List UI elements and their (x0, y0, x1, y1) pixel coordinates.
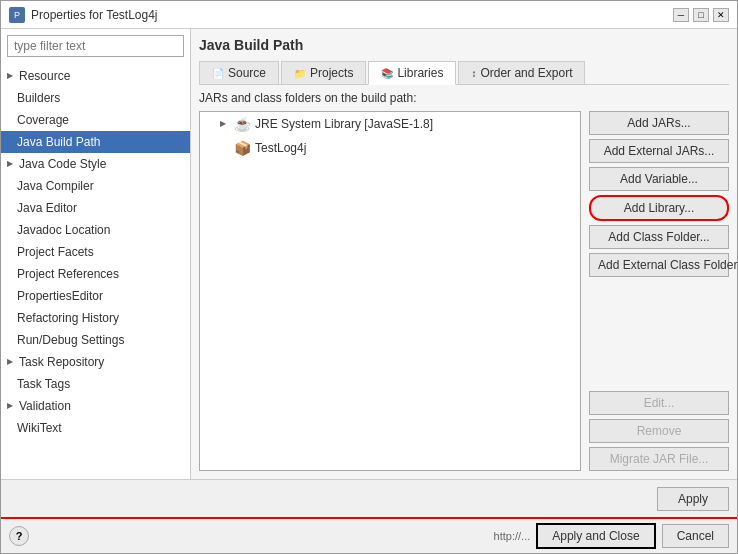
nav-item-java-build-path[interactable]: Java Build Path (1, 131, 190, 153)
nav-item-java-code-style[interactable]: ▶Java Code Style (1, 153, 190, 175)
nav-item-label: Validation (19, 397, 71, 415)
cancel-button[interactable]: Cancel (662, 524, 729, 548)
nav-item-label: Java Compiler (17, 177, 94, 195)
tab-icon-source: 📄 (212, 68, 224, 79)
nav-item-properties-editor[interactable]: PropertiesEditor (1, 285, 190, 307)
panel-title: Java Build Path (199, 37, 729, 53)
button-spacer (589, 281, 729, 387)
tree-item-label-testlog4j: TestLog4j (255, 138, 306, 158)
nav-arrow-icon: ▶ (7, 155, 13, 173)
nav-item-label: Java Editor (17, 199, 77, 217)
tree-item-testlog4j[interactable]: 📦TestLog4j (200, 136, 580, 160)
tab-label-source: Source (228, 66, 266, 80)
titlebar-left: P Properties for TestLog4j (9, 7, 158, 23)
nav-item-label: Builders (17, 89, 60, 107)
tab-libraries[interactable]: 📚Libraries (368, 61, 456, 85)
nav-item-project-facets[interactable]: Project Facets (1, 241, 190, 263)
tab-icon-libraries: 📚 (381, 68, 393, 79)
main-content: ▶ResourceBuildersCoverageJava Build Path… (1, 29, 737, 479)
nav-item-label: Javadoc Location (17, 221, 110, 239)
tab-projects[interactable]: 📁Projects (281, 61, 366, 84)
properties-window: P Properties for TestLog4j ─ □ ✕ ▶Resour… (0, 0, 738, 554)
remove-button: Remove (589, 419, 729, 443)
nav-item-label: Java Code Style (19, 155, 106, 173)
add-class-folder-button[interactable]: Add Class Folder... (589, 225, 729, 249)
filter-input[interactable] (7, 35, 184, 57)
footer-right: http://... Apply and Close Cancel (494, 523, 729, 549)
add-library-button[interactable]: Add Library... (589, 195, 729, 221)
titlebar: P Properties for TestLog4j ─ □ ✕ (1, 1, 737, 29)
add-variable-button[interactable]: Add Variable... (589, 167, 729, 191)
nav-item-label: Coverage (17, 111, 69, 129)
nav-item-label: Project Facets (17, 243, 94, 261)
tab-order-export[interactable]: ↕Order and Export (458, 61, 585, 84)
nav-arrow-icon: ▶ (7, 353, 13, 371)
left-panel: ▶ResourceBuildersCoverageJava Build Path… (1, 29, 191, 479)
nav-item-label: Project References (17, 265, 119, 283)
bottom-bar: Apply (1, 479, 737, 517)
nav-item-label: PropertiesEditor (17, 287, 103, 305)
titlebar-controls: ─ □ ✕ (673, 8, 729, 22)
minimize-button[interactable]: ─ (673, 8, 689, 22)
nav-item-wikitext[interactable]: WikiText (1, 417, 190, 439)
apply-button[interactable]: Apply (657, 487, 729, 511)
nav-item-java-editor[interactable]: Java Editor (1, 197, 190, 219)
tab-icon-projects: 📁 (294, 68, 306, 79)
add-external-jars-button[interactable]: Add External JARs... (589, 139, 729, 163)
nav-item-project-references[interactable]: Project References (1, 263, 190, 285)
nav-item-label: Refactoring History (17, 309, 119, 327)
nav-item-label: WikiText (17, 419, 62, 437)
tree-arrow-icon: ▶ (220, 114, 230, 134)
window-title: Properties for TestLog4j (31, 8, 158, 22)
build-content: ▶☕JRE System Library [JavaSE-1.8] 📦TestL… (199, 111, 729, 471)
apply-close-button[interactable]: Apply and Close (536, 523, 655, 549)
tab-label-projects: Projects (310, 66, 353, 80)
close-button[interactable]: ✕ (713, 8, 729, 22)
migrate-jar-button: Migrate JAR File... (589, 447, 729, 471)
nav-item-label: Run/Debug Settings (17, 331, 124, 349)
nav-item-refactoring-history[interactable]: Refactoring History (1, 307, 190, 329)
tree-item-icon-testlog4j: 📦 (234, 138, 251, 158)
nav-item-coverage[interactable]: Coverage (1, 109, 190, 131)
nav-item-task-repository[interactable]: ▶Task Repository (1, 351, 190, 373)
nav-arrow-icon: ▶ (7, 397, 13, 415)
nav-item-label: Task Tags (17, 375, 70, 393)
build-path-description: JARs and class folders on the build path… (199, 91, 729, 105)
help-button[interactable]: ? (9, 526, 29, 546)
tabs-bar: 📄Source📁Projects📚Libraries↕Order and Exp… (199, 61, 729, 85)
window-icon: P (9, 7, 25, 23)
tree-item-jre[interactable]: ▶☕JRE System Library [JavaSE-1.8] (200, 112, 580, 136)
right-panel: Java Build Path 📄Source📁Projects📚Librari… (191, 29, 737, 479)
footer-url: http://... (494, 530, 531, 542)
nav-item-label: Task Repository (19, 353, 104, 371)
tab-icon-order-export: ↕ (471, 68, 476, 79)
nav-item-label: Java Build Path (17, 133, 100, 151)
tree-item-label-jre: JRE System Library [JavaSE-1.8] (255, 114, 433, 134)
footer-bar: ? http://... Apply and Close Cancel (1, 517, 737, 553)
tab-label-libraries: Libraries (397, 66, 443, 80)
nav-item-validation[interactable]: ▶Validation (1, 395, 190, 417)
nav-item-java-compiler[interactable]: Java Compiler (1, 175, 190, 197)
add-external-class-folder-button[interactable]: Add External Class Folder... (589, 253, 729, 277)
tab-source[interactable]: 📄Source (199, 61, 279, 84)
nav-item-builders[interactable]: Builders (1, 87, 190, 109)
nav-item-task-tags[interactable]: Task Tags (1, 373, 190, 395)
nav-arrow-icon: ▶ (7, 67, 13, 85)
add-jars-button[interactable]: Add JARs... (589, 111, 729, 135)
nav-tree: ▶ResourceBuildersCoverageJava Build Path… (1, 63, 190, 479)
maximize-button[interactable]: □ (693, 8, 709, 22)
nav-item-run-debug-settings[interactable]: Run/Debug Settings (1, 329, 190, 351)
action-buttons-panel: Add JARs...Add External JARs...Add Varia… (589, 111, 729, 471)
nav-item-label: Resource (19, 67, 70, 85)
footer-left: ? (9, 526, 29, 546)
libraries-tree: ▶☕JRE System Library [JavaSE-1.8] 📦TestL… (199, 111, 581, 471)
edit-button: Edit... (589, 391, 729, 415)
nav-item-resource[interactable]: ▶Resource (1, 65, 190, 87)
nav-item-javadoc-location[interactable]: Javadoc Location (1, 219, 190, 241)
tree-item-icon-jre: ☕ (234, 114, 251, 134)
tab-label-order-export: Order and Export (480, 66, 572, 80)
